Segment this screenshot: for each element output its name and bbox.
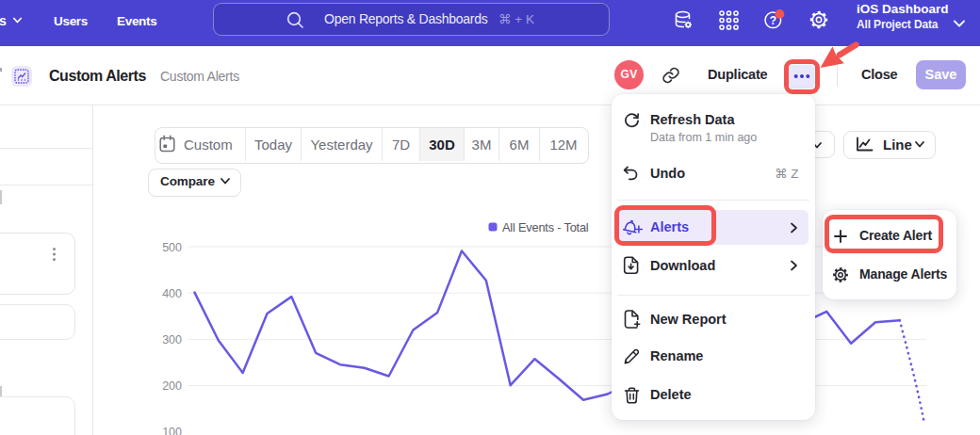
svg-text:All Events - Total: All Events - Total — [502, 220, 588, 234]
svg-text:400: 400 — [162, 287, 182, 300]
svg-text:500: 500 — [162, 241, 182, 254]
svg-text:300: 300 — [162, 333, 182, 346]
svg-text:200: 200 — [162, 379, 182, 393]
svg-text:100: 100 — [162, 426, 182, 435]
